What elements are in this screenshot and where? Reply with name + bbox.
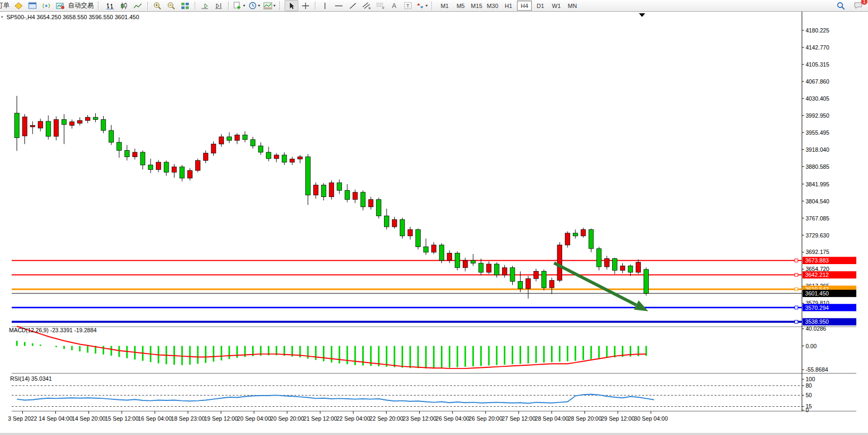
candle-body (243, 135, 247, 140)
bar-chart-type-button[interactable] (103, 0, 117, 11)
candle-body (557, 245, 562, 281)
chart-shift-marker[interactable] (639, 13, 645, 17)
price-lines[interactable] (12, 259, 802, 323)
macd-label: MACD(12,26,9) -23.3391 -19.2884 (9, 327, 97, 333)
autotrading-button[interactable] (53, 0, 67, 11)
autotrading-label[interactable]: 自动交易 (67, 1, 96, 10)
candle-body (298, 157, 303, 159)
vertical-line-tool-button[interactable] (318, 0, 332, 11)
candle-body (487, 264, 491, 272)
toolbar-grip (279, 2, 282, 10)
new-order-icon[interactable] (12, 0, 26, 11)
candle-body (589, 229, 594, 249)
timeframe-w1-button[interactable]: W1 (549, 1, 564, 11)
timeframe-h4-button[interactable]: H4 (517, 1, 532, 11)
candle-body (140, 152, 145, 165)
text-label-icon: T (404, 2, 412, 10)
candlestick-type-button[interactable] (117, 0, 131, 11)
timeframe-m1-button[interactable]: M1 (437, 1, 452, 11)
text-label-tool-button[interactable]: T (401, 0, 415, 11)
svg-text:4105.315: 4105.315 (806, 61, 830, 68)
rsi-pane: 1008050150RSI(14) 35.0341 (10, 375, 815, 413)
new-chart-button[interactable]: ▾ (231, 0, 247, 11)
autotrading-icon (56, 2, 65, 10)
candlestick-icon (120, 2, 128, 10)
time-axis: 3 Sep 202214 Sep 04:0014 Sep 20:0015 Sep… (8, 411, 668, 422)
line-handle[interactable] (795, 320, 798, 323)
blue-window-icon (28, 2, 37, 9)
timeframe-m15-button[interactable]: M15 (469, 1, 484, 11)
candle-body (510, 268, 515, 282)
toolbar: 订单 (0, 0, 868, 12)
new-chart-icon (233, 2, 242, 10)
chart-window[interactable]: ▾ SP500-,H4 3654.250 3658.550 3596.550 3… (0, 12, 868, 435)
cursor-icon (288, 2, 295, 10)
svg-text:28 Sep 04:00: 28 Sep 04:00 (535, 415, 569, 422)
candle-body (156, 162, 161, 170)
svg-text:80: 80 (806, 382, 812, 389)
notifications-button[interactable]: 1 (851, 0, 865, 11)
svg-text:26 Sep 20:00: 26 Sep 20:00 (469, 415, 503, 422)
candle-body (447, 253, 452, 260)
svg-text:4180.225: 4180.225 (806, 27, 830, 34)
svg-text:3692.175: 3692.175 (806, 249, 830, 255)
text-tool-button[interactable]: A (387, 0, 401, 11)
fibonacci-tool-button[interactable]: F (373, 0, 387, 11)
candle-body (581, 229, 586, 236)
chevron-down-icon: ▾ (243, 3, 245, 8)
indicators-button[interactable]: ▾ (262, 0, 277, 11)
line-handle[interactable] (795, 306, 798, 309)
signals-button[interactable] (39, 0, 53, 11)
timeframe-d1-button[interactable]: D1 (533, 1, 548, 11)
candle-body (85, 117, 90, 120)
timeframe-mn-button[interactable]: MN (565, 1, 580, 11)
equidistant-channel-icon: E (362, 2, 371, 10)
chart-shift-button[interactable] (212, 0, 226, 11)
arrows-tool-button[interactable]: ▾ (415, 0, 429, 11)
crosshair-tool-button[interactable] (298, 0, 312, 11)
candle-body (306, 157, 311, 195)
text-tool-letter: A (392, 2, 396, 10)
line-chart-type-button[interactable] (131, 0, 145, 11)
symbol-caret-icon[interactable]: ▾ (1, 15, 3, 19)
market-watch-button[interactable] (26, 0, 39, 11)
window-bottom-edge (0, 433, 868, 435)
chevron-down-icon: ▾ (258, 3, 260, 8)
line-handle[interactable] (795, 273, 798, 276)
horizontal-line-tool-button[interactable] (332, 0, 346, 11)
candle-body (235, 135, 239, 141)
clock-icon (248, 2, 257, 10)
svg-text:0: 0 (806, 407, 809, 413)
periods-button[interactable]: ▾ (247, 0, 262, 11)
new-order-label[interactable]: 订单 (0, 1, 12, 10)
auto-scroll-button[interactable] (198, 0, 212, 11)
candle-body (479, 263, 483, 272)
timeframe-m5-button[interactable]: M5 (453, 1, 468, 11)
trendline-tool-button[interactable] (346, 0, 360, 11)
vertical-line-icon (322, 2, 328, 10)
candle-body (369, 200, 373, 207)
zoom-out-button[interactable] (164, 0, 178, 11)
zoom-in-button[interactable] (151, 0, 164, 11)
candle-body (203, 153, 208, 161)
price-tag-text: 3601.450 (805, 290, 829, 297)
tile-windows-button[interactable] (178, 0, 192, 11)
cursor-tool-button[interactable] (285, 0, 298, 11)
candle-body (431, 245, 436, 252)
ohlc-bars-icon (106, 2, 114, 10)
fibonacci-icon: F (376, 2, 385, 10)
trend-arrow[interactable] (554, 263, 648, 311)
timeframe-m30-button[interactable]: M30 (485, 1, 500, 11)
macd-pane: 40.02860.00-55.8684MACD(12,26,9) -23.339… (9, 325, 828, 373)
channel-tool-button[interactable]: E (360, 0, 373, 11)
search-button[interactable] (834, 0, 848, 11)
toolbar-separator (315, 2, 315, 10)
candle-body (124, 151, 129, 157)
chart-canvas[interactable]: 4180.2254142.7704105.3154067.8604030.405… (0, 12, 868, 435)
line-handle[interactable] (795, 288, 798, 291)
candle-body (251, 139, 255, 146)
line-handle[interactable] (795, 259, 798, 262)
candle-body (534, 272, 539, 279)
crosshair-icon (302, 2, 310, 10)
timeframe-h1-button[interactable]: H1 (501, 1, 516, 11)
